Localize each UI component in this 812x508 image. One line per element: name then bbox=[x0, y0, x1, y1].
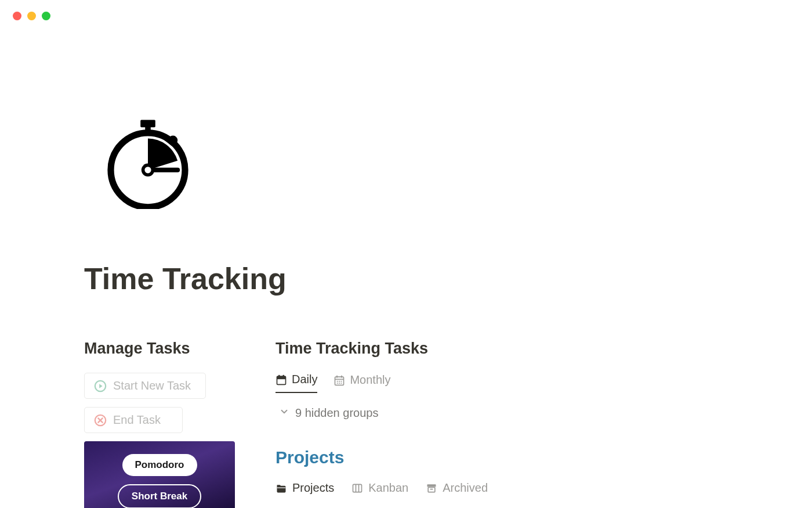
kanban-icon bbox=[351, 482, 363, 494]
projects-heading[interactable]: Projects bbox=[276, 448, 812, 467]
project-view-tabs: Projects Kanban bbox=[276, 481, 812, 495]
svg-rect-0 bbox=[140, 120, 155, 127]
close-window-button[interactable] bbox=[13, 12, 21, 20]
kanban-tab[interactable]: Kanban bbox=[351, 481, 408, 495]
end-task-label: End Task bbox=[113, 413, 161, 427]
window-traffic-lights bbox=[13, 12, 50, 20]
projects-tab[interactable]: Projects bbox=[276, 481, 334, 495]
hidden-groups-toggle[interactable]: 9 hidden groups bbox=[279, 406, 812, 420]
svg-rect-13 bbox=[283, 374, 285, 377]
svg-rect-11 bbox=[277, 376, 286, 379]
svg-rect-25 bbox=[353, 484, 362, 492]
svg-rect-15 bbox=[336, 375, 338, 377]
svg-rect-28 bbox=[427, 484, 436, 487]
hidden-groups-label: 9 hidden groups bbox=[295, 406, 378, 420]
archived-tab-label: Archived bbox=[443, 481, 488, 495]
monthly-tab-label: Monthly bbox=[350, 373, 390, 387]
stopwatch-icon bbox=[102, 116, 194, 209]
svg-point-20 bbox=[341, 380, 342, 381]
pomodoro-tab[interactable]: Pomodoro bbox=[122, 454, 197, 476]
folder-icon bbox=[276, 482, 287, 494]
svg-point-19 bbox=[339, 380, 340, 381]
daily-tab[interactable]: Daily bbox=[276, 373, 317, 393]
calendar-day-icon bbox=[276, 374, 287, 385]
svg-rect-16 bbox=[341, 375, 342, 377]
chevron-down-icon bbox=[279, 406, 289, 420]
page-title: Time Tracking bbox=[84, 261, 812, 296]
daily-tab-label: Daily bbox=[292, 373, 317, 386]
play-circle-icon bbox=[94, 380, 107, 392]
projects-tab-label: Projects bbox=[292, 481, 334, 495]
start-new-task-button[interactable]: Start New Task bbox=[84, 373, 206, 399]
time-tracking-tasks-heading: Time Tracking Tasks bbox=[276, 340, 812, 358]
svg-rect-12 bbox=[278, 374, 280, 377]
tracking-view-tabs: Daily bbox=[276, 373, 812, 394]
svg-point-7 bbox=[144, 167, 151, 173]
calendar-month-icon bbox=[334, 374, 345, 386]
start-task-label: Start New Task bbox=[113, 379, 191, 392]
svg-point-21 bbox=[337, 383, 338, 384]
monthly-tab[interactable]: Monthly bbox=[334, 373, 390, 393]
maximize-window-button[interactable] bbox=[42, 12, 50, 20]
archive-icon bbox=[426, 482, 437, 494]
end-task-button[interactable]: End Task bbox=[84, 407, 183, 433]
svg-point-18 bbox=[337, 380, 338, 381]
short-break-tab[interactable]: Short Break bbox=[118, 484, 201, 508]
minimize-window-button[interactable] bbox=[27, 12, 36, 20]
svg-point-23 bbox=[341, 383, 342, 384]
manage-tasks-heading: Manage Tasks bbox=[84, 340, 276, 358]
close-circle-icon bbox=[94, 414, 107, 427]
kanban-tab-label: Kanban bbox=[368, 481, 408, 495]
archived-tab[interactable]: Archived bbox=[426, 481, 488, 495]
svg-point-22 bbox=[339, 383, 340, 384]
pomodoro-widget: Pomodoro Short Break bbox=[84, 441, 235, 508]
